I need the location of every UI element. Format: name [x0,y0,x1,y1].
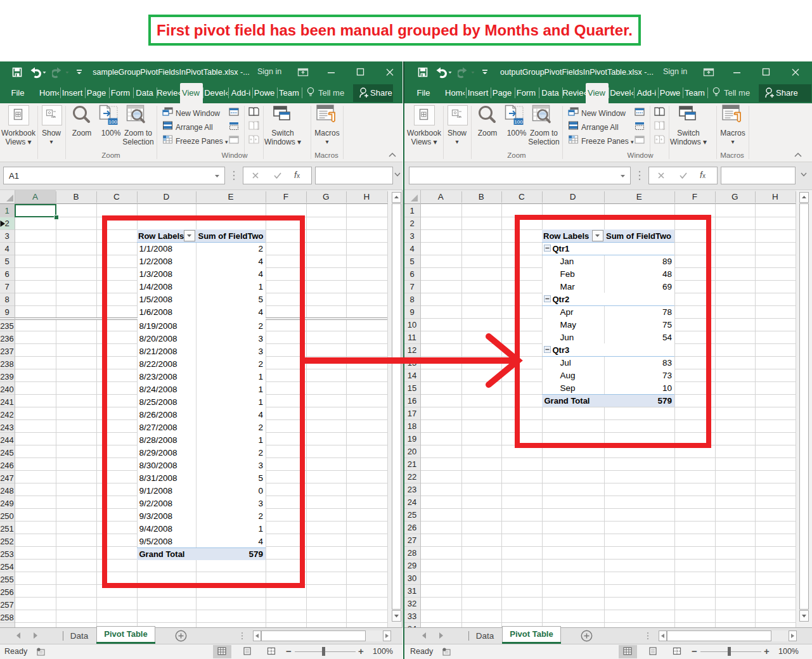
svg-text:100: 100 [514,119,523,125]
svg-text:100: 100 [108,119,117,125]
